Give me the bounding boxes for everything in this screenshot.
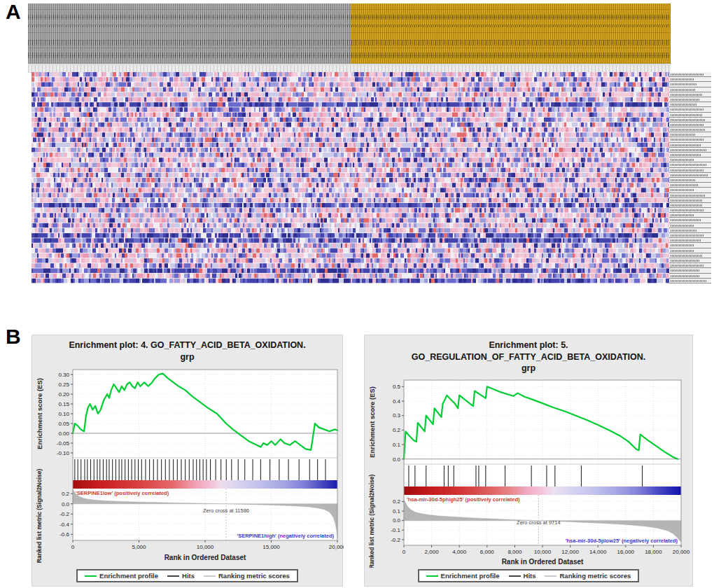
heatmap-row-label xyxy=(669,158,711,162)
legend-label: Hits xyxy=(524,572,536,580)
svg-text:6,000: 6,000 xyxy=(480,549,495,555)
heatmap-row-label xyxy=(669,238,711,243)
svg-text:0.20: 0.20 xyxy=(58,391,69,398)
svg-text:'SERPINE1high' (negatively cor: 'SERPINE1high' (negatively correlated) xyxy=(237,533,334,539)
svg-text:0.10: 0.10 xyxy=(58,411,69,417)
svg-text:-0.2: -0.2 xyxy=(59,511,69,517)
heatmap-row-label xyxy=(669,188,711,192)
svg-text:Rank in Ordered Dataset: Rank in Ordered Dataset xyxy=(502,558,584,566)
legend-enrichment-profile: Enrichment profile xyxy=(85,572,158,580)
heatmap-row-label xyxy=(669,122,711,127)
heatmap-row-label xyxy=(669,97,711,102)
heatmap-row-label xyxy=(669,274,711,279)
heatmap-row-label xyxy=(669,148,711,153)
svg-text:0.0: 0.0 xyxy=(393,517,401,524)
legend-hits: Hits xyxy=(509,572,536,580)
heatmap-row-label xyxy=(669,153,711,158)
svg-text:14,000: 14,000 xyxy=(589,549,607,555)
legend-ranking-metric: Ranking metric scores xyxy=(545,572,631,580)
svg-text:-0.05: -0.05 xyxy=(57,440,70,447)
legend-ranking-metric: Ranking metric scores xyxy=(204,572,290,580)
heatmap-row-label xyxy=(669,82,711,87)
svg-text:0.15: 0.15 xyxy=(58,401,69,407)
heatmap-row-label xyxy=(669,253,711,258)
svg-text:0.2: 0.2 xyxy=(62,491,70,497)
svg-text:0.05: 0.05 xyxy=(58,421,69,427)
heatmap-row-label xyxy=(669,208,711,213)
svg-text:-0.10: -0.10 xyxy=(57,450,70,456)
heatmap-row-label xyxy=(669,223,711,228)
hits-line-swatch xyxy=(509,575,521,577)
enrichment-profile-line-swatch xyxy=(426,575,438,577)
plot-legend: Enrichment profile Hits Ranking metric s… xyxy=(32,567,342,583)
legend-hits: Hits xyxy=(167,572,195,580)
heatmap-row-label xyxy=(669,263,711,268)
heatmap-row-label xyxy=(669,268,711,273)
svg-text:0.1: 0.1 xyxy=(393,441,401,447)
svg-text:Ranked list metric (Signal2Noi: Ranked list metric (Signal2Noise) xyxy=(36,469,43,564)
heatmap-row-label xyxy=(669,213,711,218)
svg-text:0.3: 0.3 xyxy=(393,412,401,419)
svg-text:0.25: 0.25 xyxy=(58,382,69,388)
svg-text:0.30: 0.30 xyxy=(58,372,69,378)
heatmap-row-label xyxy=(669,183,711,188)
svg-text:12,000: 12,000 xyxy=(561,549,579,555)
svg-text:0.2: 0.2 xyxy=(393,498,401,505)
svg-text:8,000: 8,000 xyxy=(507,549,522,555)
figure-root: A B Enrichment plot: 4. GO_FATTY_ACID_BE… xyxy=(0,0,714,588)
heatmap-canvas xyxy=(31,72,669,284)
heatmap-row-label xyxy=(669,203,711,208)
heatmap-row-label xyxy=(669,113,711,118)
sample-label-row xyxy=(28,40,671,46)
svg-text:4,000: 4,000 xyxy=(452,549,467,555)
heatmap-row-label xyxy=(669,193,711,198)
legend-label: Enrichment profile xyxy=(441,572,500,580)
legend-label: Hits xyxy=(182,572,195,580)
svg-text:Ranked list metric (Signal2Noi: Ranked list metric (Signal2Noise) xyxy=(368,474,375,567)
heatmap-row-label xyxy=(669,72,711,77)
panel-b-label: B xyxy=(6,325,21,349)
plot-legend: Enrichment profile Hits Ranking metric s… xyxy=(365,567,692,583)
heatmap-row-label xyxy=(669,233,711,238)
svg-text:20,000: 20,000 xyxy=(673,549,690,555)
svg-text:Enrichment score (ES): Enrichment score (ES) xyxy=(36,378,43,449)
plot-title: Enrichment plot: 4. GO_FATTY_ACID_BETA_O… xyxy=(32,335,342,363)
gsea-enrichment-plot-right: 0.50.40.30.20.10.00.20.10.0-0.1-0.202,00… xyxy=(365,376,694,568)
svg-text:10,000: 10,000 xyxy=(197,544,214,550)
legend-label: Ranking metric scores xyxy=(218,572,290,580)
svg-text:5,000: 5,000 xyxy=(132,544,146,550)
svg-text:'SERPINE1low' (positively corr: 'SERPINE1low' (positively correlated) xyxy=(76,490,169,496)
svg-text:0.2: 0.2 xyxy=(393,427,401,433)
heatmap-row-label xyxy=(669,102,711,107)
svg-text:-0.1: -0.1 xyxy=(391,527,400,533)
svg-text:Rank in Ordered Dataset: Rank in Ordered Dataset xyxy=(164,554,246,561)
svg-text:0: 0 xyxy=(402,549,406,555)
svg-text:0.1: 0.1 xyxy=(393,507,401,514)
svg-text:0.00: 0.00 xyxy=(58,430,69,437)
heatmap-row-label xyxy=(669,92,711,97)
heatmap-row-label xyxy=(669,168,711,173)
heatmap-row-label xyxy=(669,243,711,248)
svg-text:0.5: 0.5 xyxy=(393,384,401,390)
gsea-enrichment-plot-left: 0.300.250.200.150.100.050.00-0.05-0.100.… xyxy=(32,364,344,564)
svg-text:10,000: 10,000 xyxy=(534,549,552,555)
svg-text:0.4: 0.4 xyxy=(393,398,401,404)
svg-text:'hsa-mir-30d-5phigh25' (positi: 'hsa-mir-30d-5phigh25' (positively corre… xyxy=(407,496,520,503)
heatmap-row-label xyxy=(669,77,711,82)
svg-text:15,000: 15,000 xyxy=(262,544,280,550)
svg-text:'hsa-mir-30d-5plow25' (negativ: 'hsa-mir-30d-5plow25' (negatively correl… xyxy=(566,538,678,544)
svg-text:16,000: 16,000 xyxy=(617,549,635,555)
enrichment-profile-line-swatch xyxy=(85,575,97,577)
gsea-plot-card-right: Enrichment plot: 5. GO_REGULATION_OF_FAT… xyxy=(364,335,693,587)
ranking-metric-line-swatch xyxy=(204,575,216,577)
sample-label-row xyxy=(28,25,671,27)
svg-text:-0.6: -0.6 xyxy=(59,531,69,538)
legend-label: Enrichment profile xyxy=(99,572,158,580)
hits-line-swatch xyxy=(167,575,179,577)
heatmap-row-label xyxy=(669,127,711,132)
heatmap-row-label xyxy=(669,162,711,167)
heatmap-row-label xyxy=(669,279,711,284)
legend-label: Ranking metric scores xyxy=(559,572,631,580)
svg-text:Zero cross at 9714: Zero cross at 9714 xyxy=(517,519,561,525)
heatmap-row-labels xyxy=(669,72,711,284)
